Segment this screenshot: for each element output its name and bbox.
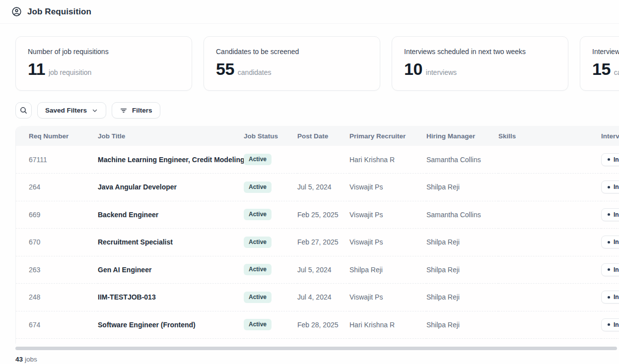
top-bar: Job Requisition [0, 0, 619, 24]
stage-label: In [614, 184, 619, 190]
stat-card-job-requisitions: Number of job requisitions 11 job requis… [15, 36, 192, 91]
stage-label: In [614, 239, 619, 245]
table-row[interactable]: 674 Software Engineer (Frontend) Active … [16, 311, 619, 339]
stat-unit: job requisition [49, 68, 91, 76]
cell-post-date: Feb 25, 2025 [297, 201, 349, 229]
column-header-skills[interactable]: Skills [498, 126, 601, 146]
interview-stage-badge[interactable]: In [601, 181, 619, 193]
cell-skills [498, 284, 601, 311]
status-badge: Active [244, 209, 272, 220]
cell-skills [498, 311, 601, 339]
column-header-job-status[interactable]: Job Status [244, 126, 297, 146]
table-body: 67111 Machine Learning Engineer, Credit … [16, 146, 619, 344]
column-header-job-title[interactable]: Job Title [98, 126, 244, 146]
cell-req-number: 263 [16, 256, 98, 284]
column-header-hiring-manager[interactable]: Hiring Manager [426, 126, 498, 146]
status-badge: Active [244, 264, 272, 275]
status-badge: Active [244, 154, 272, 165]
column-header-interview[interactable]: Interview [601, 126, 619, 146]
interview-stage-badge[interactable]: In [601, 263, 619, 276]
interview-stage-badge[interactable]: In [601, 208, 619, 221]
stage-dot-icon [608, 158, 610, 161]
stat-card-clipped: Interview 15 candidates [580, 36, 619, 91]
table-row[interactable]: 670 Recruitment Specialist Active Feb 27… [16, 229, 619, 256]
table-row[interactable]: 248 IIM-TESTJOB-013 Active Jul 4, 2024 V… [16, 284, 619, 311]
cell-post-date: Feb 28, 2025 [297, 311, 349, 339]
cell-job-title[interactable]: Machine Learning Engineer, Credit Modeli… [98, 146, 244, 174]
table-row[interactable]: 263 Gen AI Engineer Active Jul 5, 2024 S… [16, 256, 619, 284]
stage-dot-icon [608, 323, 610, 326]
table-row[interactable]: 264 Java Angular Developer Active Jul 5,… [16, 174, 619, 201]
cell-job-status: Active [244, 174, 297, 201]
jobs-count-label: jobs [25, 356, 37, 363]
stage-label: In [614, 267, 619, 273]
cell-job-status: Active [244, 311, 297, 339]
saved-filters-label: Saved Filters [45, 107, 87, 114]
jobs-count: 43jobs [15, 356, 619, 363]
cell-interview: In [601, 229, 619, 256]
cell-skills [498, 229, 601, 256]
stat-label: Interviews scheduled in next two weeks [404, 48, 556, 56]
interview-stage-badge[interactable]: In [601, 291, 619, 303]
cell-post-date: Jul 4, 2024 [297, 284, 349, 311]
filter-bar: Saved Filters Filters [15, 102, 619, 119]
column-header-req-number[interactable]: Req Number [16, 126, 98, 146]
filter-lines-icon [120, 107, 128, 115]
cell-post-date: Jul 5, 2024 [297, 174, 349, 201]
filters-label: Filters [132, 107, 152, 114]
status-badge: Active [244, 182, 272, 193]
interview-stage-badge[interactable]: In [601, 236, 619, 248]
horizontal-scrollbar[interactable] [15, 347, 617, 350]
stat-label: Candidates to be screened [216, 48, 368, 56]
job-title-text: Java Angular Developer [98, 183, 177, 191]
search-icon [19, 106, 28, 115]
cell-skills [498, 256, 601, 284]
table-row-partial [16, 339, 619, 344]
cell-primary-recruiter: Hari Krishna R [349, 146, 426, 174]
filters-button[interactable]: Filters [112, 102, 160, 119]
column-header-primary-recruiter[interactable]: Primary Recruiter [349, 126, 426, 146]
column-header-post-date[interactable]: Post Date [297, 126, 349, 146]
table-row[interactable]: 669 Backend Engineer Active Feb 25, 2025… [16, 201, 619, 229]
cell-primary-recruiter: Viswajit Ps [349, 229, 426, 256]
stat-card-interviews-scheduled: Interviews scheduled in next two weeks 1… [392, 36, 568, 91]
table-row[interactable]: 67111 Machine Learning Engineer, Credit … [16, 146, 619, 174]
saved-filters-button[interactable]: Saved Filters [37, 102, 106, 119]
status-badge: Active [244, 292, 272, 303]
cell-job-title[interactable]: Recruitment Specialist [98, 229, 244, 256]
search-button[interactable] [15, 102, 32, 119]
stat-value: 11 [28, 61, 45, 77]
cell-job-status: Active [244, 284, 297, 311]
stat-label: Interview [592, 48, 619, 56]
stat-card-candidates-to-screen: Candidates to be screened 55 candidates [204, 36, 380, 91]
table-header: Req Number Job Title Job Status Post Dat… [16, 126, 619, 146]
cell-primary-recruiter: Viswajit Ps [349, 174, 426, 201]
page-title: Job Requisition [27, 7, 91, 17]
cell-job-title[interactable]: Java Angular Developer [98, 174, 244, 201]
job-title-text: Software Engineer (Frontend) [98, 321, 196, 329]
stage-dot-icon [608, 213, 610, 216]
stat-value: 10 [404, 61, 422, 77]
stage-dot-icon [608, 186, 610, 188]
cell-hiring-manager: Shilpa Reji [426, 256, 498, 284]
cell-post-date: Jul 5, 2024 [297, 256, 349, 284]
cell-interview: In [601, 311, 619, 339]
cell-interview: In [601, 201, 619, 229]
stat-cards: Number of job requisitions 11 job requis… [15, 36, 619, 91]
cell-hiring-manager: Shilpa Reji [426, 311, 498, 339]
cell-job-title[interactable]: Gen AI Engineer [98, 256, 244, 284]
cell-job-title[interactable]: IIM-TESTJOB-013 [98, 284, 244, 311]
cell-primary-recruiter: Hari Krishna R [349, 311, 426, 339]
cell-req-number: 264 [16, 174, 98, 201]
interview-stage-badge[interactable]: In [601, 153, 619, 166]
stage-dot-icon [608, 296, 610, 299]
cell-job-title[interactable]: Backend Engineer [98, 201, 244, 229]
stat-label: Number of job requisitions [28, 48, 180, 56]
interview-stage-badge[interactable]: In [601, 318, 619, 331]
cell-req-number: 248 [16, 284, 98, 311]
cell-primary-recruiter: Viswajit Ps [349, 201, 426, 229]
cell-skills [498, 174, 601, 201]
cell-job-title[interactable]: Software Engineer (Frontend) [98, 311, 244, 339]
cell-job-status: Active [244, 229, 297, 256]
job-title-text: IIM-TESTJOB-013 [98, 293, 156, 301]
